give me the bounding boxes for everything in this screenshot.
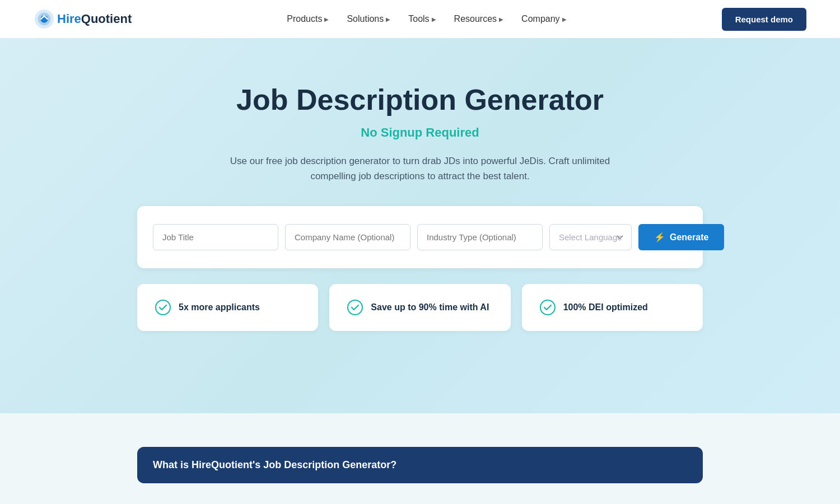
nav-item-products[interactable]: Products ▶ (287, 14, 329, 24)
nav-item-company[interactable]: Company ▶ (521, 14, 566, 24)
chevron-down-icon: ▶ (562, 16, 567, 22)
logo-text: HireQuotient (57, 12, 132, 26)
chevron-down-icon: ▶ (386, 16, 390, 22)
nav-item-resources[interactable]: Resources ▶ (454, 14, 503, 24)
info-card: What is HireQuotient's Job Description G… (137, 447, 703, 483)
feature-applicants-text: 5x more applicants (179, 302, 260, 312)
nav-item-tools[interactable]: Tools ▶ (408, 14, 436, 24)
language-select[interactable]: Select Language English Spanish French G… (549, 224, 632, 250)
logo[interactable]: HireQuotient (34, 8, 132, 30)
chevron-down-icon: ▶ (324, 16, 329, 22)
feature-card-applicants: 5x more applicants (137, 284, 318, 331)
company-name-input[interactable] (285, 224, 410, 250)
nav-item-solutions[interactable]: Solutions ▶ (347, 14, 390, 24)
check-circle-icon (155, 300, 171, 315)
bolt-icon: ⚡ (654, 232, 665, 242)
svg-point-4 (348, 300, 362, 315)
feature-card-time: Save up to 90% time with AI (329, 284, 510, 331)
feature-time-text: Save up to 90% time with AI (371, 302, 489, 312)
info-card-header: What is HireQuotient's Job Description G… (137, 447, 703, 483)
feature-cards: 5x more applicants Save up to 90% time w… (137, 284, 703, 331)
page-title: Job Description Generator (34, 83, 806, 116)
request-demo-button[interactable]: Request demo (722, 8, 806, 31)
feature-dei-text: 100% DEI optimized (563, 302, 648, 312)
svg-point-5 (540, 300, 555, 315)
generate-label: Generate (670, 232, 708, 242)
bottom-section: What is HireQuotient's Job Description G… (0, 413, 840, 504)
hero-section: Job Description Generator No Signup Requ… (0, 38, 840, 413)
chevron-down-icon: ▶ (432, 16, 436, 22)
generate-button[interactable]: ⚡ Generate (638, 224, 724, 250)
chevron-down-icon: ▶ (499, 16, 503, 22)
industry-type-input[interactable] (417, 224, 543, 250)
hero-subtitle: No Signup Required (34, 125, 806, 140)
feature-card-dei: 100% DEI optimized (522, 284, 703, 331)
navigation: HireQuotient Products ▶ Solutions ▶ Tool… (0, 0, 840, 38)
hero-description: Use our free job description generator t… (207, 153, 633, 184)
job-title-input[interactable] (153, 224, 278, 250)
logo-icon (34, 8, 55, 30)
nav-links: Products ▶ Solutions ▶ Tools ▶ Resources… (287, 14, 566, 24)
check-circle-icon (540, 300, 556, 315)
svg-point-3 (156, 300, 170, 315)
form-row: Select Language English Spanish French G… (153, 224, 687, 250)
check-circle-icon (347, 300, 363, 315)
form-card: Select Language English Spanish French G… (137, 206, 703, 268)
